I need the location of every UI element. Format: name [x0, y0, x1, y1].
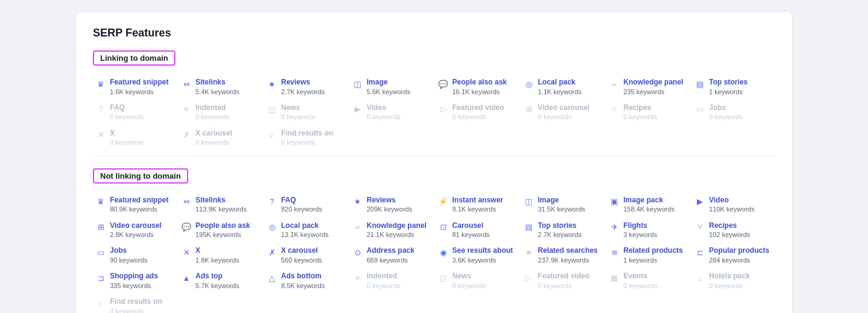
feature-item-sitelinks[interactable]: ⇔Sitelinks5.4K keywords	[178, 74, 262, 100]
feature-item-news[interactable]: ◫News0 keywords	[435, 268, 518, 294]
feature-item-jobs[interactable]: ▭Jobs0 keywords	[692, 100, 775, 125]
feature-count: 9.1K keywords	[452, 205, 503, 213]
feature-name: Carousel	[452, 221, 490, 231]
feature-name: News	[281, 103, 315, 113]
feature-item-jobs[interactable]: ▭Jobs90 keywords	[93, 242, 176, 268]
feature-item-indented[interactable]: ≡Indented0 keywords	[350, 268, 433, 294]
feature-item-featured-snippet[interactable]: ♛Featured snippet80.9K keywords	[93, 192, 176, 218]
feature-item-top-stories[interactable]: ▤Top stories2.7K keywords	[521, 218, 604, 243]
feature-item-address-pack[interactable]: ⊙Address pack669 keywords	[350, 242, 433, 268]
carousel2-icon: ⊡	[438, 222, 449, 233]
feature-item-empty	[435, 125, 518, 151]
feature-item-featured-video[interactable]: ▷Featured video0 keywords	[521, 268, 604, 294]
feature-name: Local pack	[281, 221, 328, 231]
feature-count: 81 keywords	[452, 230, 490, 239]
section-divider	[93, 156, 775, 156]
feature-count: 560 keywords	[281, 256, 322, 264]
feature-name: FAQ	[110, 103, 144, 113]
feature-item-find-results-on[interactable]: ⌕Find results on0 keywords	[264, 125, 347, 151]
feature-count: 0 keywords	[281, 138, 333, 146]
cal-icon: ▦	[609, 272, 620, 283]
feature-item-indented[interactable]: ≡Indented0 keywords	[178, 100, 262, 125]
feature-item-local-pack[interactable]: ◎Local pack1.1K keywords	[521, 74, 604, 100]
feature-item-local-pack[interactable]: ◎Local pack13.1K keywords	[264, 218, 347, 243]
feature-name: Sitelinks	[195, 196, 246, 205]
feature-item-top-stories[interactable]: ▤Top stories1 keywords	[692, 74, 775, 100]
feature-count: 0 keywords	[623, 281, 657, 290]
feature-item-popular-products[interactable]: ⊏Popular products284 keywords	[692, 242, 775, 268]
fork-icon: ⑂	[694, 222, 705, 233]
feature-item-sitelinks[interactable]: ⇔Sitelinks113.9K keywords	[178, 192, 262, 218]
feature-item-video[interactable]: ▶Video110K keywords	[692, 192, 775, 218]
video-icon: ▶	[694, 196, 705, 207]
feature-count: 1 keywords	[709, 88, 748, 96]
feature-item-find-results-on[interactable]: ⌕Find results on0 keywords	[93, 294, 176, 313]
feature-item-knowledge-panel[interactable]: ⎓Knowledge panel21.1K keywords	[350, 218, 433, 243]
shop-icon: ⊐	[95, 272, 106, 283]
feature-item-x-carousel[interactable]: ✗X carousel0 keywords	[178, 125, 262, 151]
feature-item-news[interactable]: ◫News0 keywords	[264, 100, 347, 125]
feature-item-carousel[interactable]: ⊡Carousel81 keywords	[435, 218, 518, 243]
feature-item-shopping-ads[interactable]: ⊐Shopping ads335 keywords	[93, 268, 176, 294]
feature-item-faq[interactable]: ?FAQ0 keywords	[93, 100, 176, 125]
feature-name: Knowledge panel	[623, 78, 683, 88]
feature-item-reviews[interactable]: ★Reviews2.7K keywords	[264, 74, 347, 100]
feature-name: Jobs	[110, 246, 147, 256]
feature-item-hotels-pack[interactable]: ⌂Hotels pack0 keywords	[692, 268, 775, 294]
feature-item-ads-top[interactable]: ▲Ads top5.7K keywords	[178, 268, 262, 294]
briefcase-icon: ▭	[95, 247, 106, 258]
feature-count: 0 keywords	[195, 112, 229, 121]
feature-item-faq[interactable]: ?FAQ820 keywords	[264, 192, 347, 218]
feature-item-recipes[interactable]: ⑂Recipes0 keywords	[606, 100, 690, 125]
pin-icon: ◎	[523, 78, 534, 89]
feature-count: 113.9K keywords	[195, 205, 246, 213]
feature-item-empty	[350, 294, 433, 313]
feature-count: 31.5K keywords	[538, 205, 585, 213]
feature-item-empty	[692, 294, 775, 313]
question-icon: ?	[266, 196, 277, 207]
feature-item-events[interactable]: ▦Events0 keywords	[606, 268, 690, 294]
feature-name: Popular products	[709, 246, 769, 256]
feature-item-image[interactable]: ◫Image31.5K keywords	[521, 192, 604, 218]
feature-item-featured-video[interactable]: ▷Featured video0 keywords	[435, 100, 518, 125]
link-icon: ⇔	[181, 78, 192, 89]
feature-item-x-carousel[interactable]: ✗X carousel560 keywords	[264, 242, 347, 268]
feature-item-flights[interactable]: ✈Flights3 keywords	[606, 218, 690, 243]
feature-item-see-results-about[interactable]: ◉See results about3.6K keywords	[435, 242, 518, 268]
link-icon: ⇔	[181, 196, 192, 207]
feature-item-reviews[interactable]: ★Reviews209K keywords	[350, 192, 433, 218]
feature-item-ads-bottom[interactable]: △Ads bottom8.5K keywords	[264, 268, 347, 294]
play-icon: ▷	[438, 104, 449, 115]
feature-count: 8.5K keywords	[281, 281, 325, 290]
feature-count: 0 keywords	[367, 112, 401, 121]
plane-icon: ✈	[609, 222, 620, 233]
news-icon: ◫	[266, 104, 277, 115]
feature-item-image[interactable]: ◫Image5.6K keywords	[350, 74, 433, 100]
feature-item-video-carousel[interactable]: ⊞Video carousel0 keywords	[521, 100, 604, 125]
feature-name: Top stories	[538, 221, 581, 231]
features-row-1-3: ⊐Shopping ads335 keywords▲Ads top5.7K ke…	[93, 268, 775, 294]
feature-item-related-products[interactable]: ≋Related products1 keywords	[606, 242, 690, 268]
feature-item-people-also-ask[interactable]: 💬People also ask16.1K keywords	[435, 74, 518, 100]
feature-item-instant-answer[interactable]: ⚡Instant answer9.1K keywords	[435, 192, 518, 218]
feature-item-people-also-ask[interactable]: 💬People also ask195K keywords	[178, 218, 262, 243]
feature-item-empty	[178, 294, 262, 313]
feature-item-related-searches[interactable]: ≈Related searches237.9K keywords	[521, 242, 604, 268]
grad-icon: ⎓	[352, 222, 363, 233]
star-icon: ★	[266, 78, 277, 89]
feature-item-knowledge-panel[interactable]: ⎓Knowledge panel235 keywords	[606, 74, 690, 100]
feature-count: 235 keywords	[623, 88, 683, 96]
feature-item-x[interactable]: ✕X1.8K keywords	[178, 242, 262, 268]
feature-item-recipes[interactable]: ⑂Recipes102 keywords	[692, 218, 775, 243]
feature-item-x[interactable]: ✕X0 keywords	[93, 125, 176, 151]
feature-item-image-pack[interactable]: ▣Image pack158.4K keywords	[606, 192, 690, 218]
page-title: SERP Features	[93, 27, 775, 40]
features-row-1-1: ⊞Video carousel2.8K keywords💬People also…	[93, 218, 775, 243]
feature-item-video-carousel[interactable]: ⊞Video carousel2.8K keywords	[93, 218, 176, 243]
feature-name: Ads bottom	[281, 272, 325, 281]
carousel-icon: ⊞	[523, 104, 534, 115]
feature-name: Featured video	[538, 272, 589, 281]
feature-item-featured-snippet[interactable]: ♛Featured snippet1.6K keywords	[93, 74, 176, 100]
doc-icon: ▤	[694, 78, 705, 89]
feature-item-video[interactable]: ▶Video0 keywords	[350, 100, 433, 125]
